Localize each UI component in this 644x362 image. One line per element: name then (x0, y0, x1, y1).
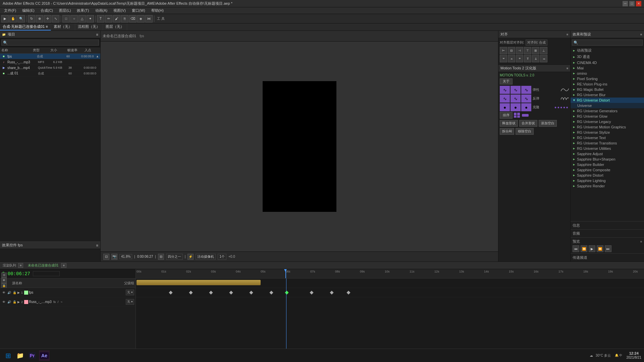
track2-audio-vis[interactable]: 🔊 (7, 300, 11, 304)
camera-select[interactable]: 活动摄像机 (196, 254, 216, 260)
track-vis-all[interactable]: 👁 (1, 278, 7, 283)
project-row-fps[interactable]: ■ fps 合成 60 0:00:05:0 ▲ (0, 54, 100, 59)
category-3d[interactable]: ► 3D 通道 (571, 54, 644, 60)
tool-rect[interactable]: □ (62, 15, 70, 22)
category-sapphire-distort[interactable]: ► Sapphire Distort (571, 173, 644, 178)
category-sapphire-blur[interactable]: ► Sapphire Blur+Sharpen (571, 157, 644, 162)
align-center-v[interactable]: ⊞ (532, 47, 539, 54)
category-animation-presets[interactable]: ► 动画预设 (571, 47, 644, 54)
motion-tools-menu[interactable]: ≡ (567, 67, 568, 70)
tool-clone[interactable]: ⎘ (121, 15, 128, 22)
tab-footage[interactable]: 素材（无） (51, 23, 75, 31)
easing-btn-1[interactable]: ∿ (500, 86, 510, 94)
prev-first-btn[interactable]: ⏮ (573, 245, 579, 252)
category-universe-glow[interactable]: ► RG Universe Glow (571, 114, 644, 119)
minimize-button[interactable]: ─ (623, 1, 628, 6)
track2-wave[interactable]: ~ (59, 300, 64, 304)
easing-btn-3[interactable]: ∿ (521, 86, 531, 94)
tool-ellipse[interactable]: ○ (70, 15, 78, 22)
category-universe-text[interactable]: ► RG Universe Text (571, 135, 644, 140)
category-universe-legacy[interactable]: ► RG Universe Legacy (571, 119, 644, 124)
close-button[interactable]: ✕ (636, 1, 641, 6)
tool-text[interactable]: T (97, 15, 104, 22)
timecode-input[interactable] (33, 271, 60, 276)
category-magic-bullet[interactable]: ► RG Magic Bullet (571, 87, 644, 92)
timeline-menu-btn[interactable]: ≡ (18, 263, 23, 268)
prev-fwd-btn[interactable]: ⏩ (597, 245, 603, 252)
menu-help[interactable]: 帮助(H) (149, 7, 166, 14)
category-cinema4d[interactable]: ► CINEMA 4D (571, 60, 644, 65)
zoom-display[interactable]: 41.8% (119, 254, 132, 259)
tab-composition[interactable]: 合成·无标题已连接合成01 ≡ (0, 23, 51, 31)
snapshot-btn[interactable]: 📷 (111, 254, 117, 260)
category-sapphire-lighting[interactable]: ► Sapphire Lighting (571, 178, 644, 183)
track2-visibility[interactable]: 👁 (1, 300, 6, 304)
split-ai-btn[interactable]: 拆分AI (500, 128, 514, 135)
project-row-mp3[interactable]: ♪ Russ_-_....mp3 MP3 6.2 KB (0, 59, 100, 65)
dist-right[interactable]: ⫩ (516, 55, 523, 62)
release-shape-btn[interactable]: 释放形状 (500, 120, 518, 127)
effects-controls-menu[interactable]: ≡ (96, 243, 98, 247)
view-select[interactable]: 四分之一 (166, 254, 183, 260)
dist-left[interactable]: ⫧ (500, 55, 507, 62)
align-menu-btn[interactable]: ≡ (567, 33, 568, 36)
tool-pen[interactable]: ✏ (105, 15, 112, 22)
sub-item-universe[interactable]: Universe (571, 103, 644, 108)
prev-back-btn[interactable]: ⏪ (581, 245, 587, 252)
track1-lock[interactable]: 🔓 (12, 290, 17, 295)
bounce-btn-3[interactable]: ∿ (521, 95, 531, 103)
menu-comp[interactable]: 合成(C) (38, 7, 56, 14)
track2-mode[interactable]: 无 ▾ (126, 299, 134, 305)
track1-expand[interactable]: ▶ (17, 291, 20, 294)
menu-layer[interactable]: 图层(L) (56, 7, 73, 14)
category-universe-motion[interactable]: ► RG Universe Motion Graphics (571, 124, 644, 130)
fast-preview-btn[interactable]: ⚡ (187, 254, 194, 260)
sort-btn[interactable]: 排序 (500, 112, 513, 119)
dist-top[interactable]: ⫪ (524, 55, 531, 62)
track2-fx[interactable]: fx (52, 300, 57, 304)
prev-play-btn[interactable]: ▶ (589, 245, 595, 252)
view-count[interactable]: 1个 (218, 254, 226, 260)
tool-puppet[interactable]: ⋈ (145, 15, 153, 22)
dist-bottom[interactable]: ⫬ (540, 55, 547, 62)
dist-center-h[interactable]: ⫨ (508, 55, 515, 62)
category-sapphire-builder[interactable]: ► Sapphire Builder (571, 162, 644, 167)
category-universe-blur[interactable]: ► RG Universe Blur (571, 92, 644, 98)
motion-close-btn[interactable]: 关于 (500, 78, 513, 84)
clone-btn-1[interactable]: ● (500, 103, 510, 111)
effects-search-input[interactable] (572, 40, 643, 46)
project-search-input[interactable] (1, 40, 99, 46)
align-to-select[interactable]: 对齐到: 合成 (526, 40, 548, 46)
tool-polygon[interactable]: △ (78, 15, 86, 22)
track2-lock[interactable]: 🔓 (12, 300, 17, 304)
menu-animation[interactable]: 动画(A) (93, 7, 110, 14)
align-top[interactable]: ⊤ (524, 47, 531, 54)
category-miai[interactable]: ► Miai (571, 65, 644, 71)
tool-scale[interactable]: ⤡ (52, 15, 59, 22)
category-universe-generators[interactable]: ► RG Universe Generators (571, 108, 644, 114)
category-sapphire-render[interactable]: ► Sapphire Render (571, 183, 644, 189)
menu-view[interactable]: 视图(V) (111, 7, 128, 14)
remove-blank-btn[interactable]: 移除空白 (516, 128, 534, 135)
tool-rotation[interactable]: ↻ (28, 15, 35, 22)
tab-flowchart[interactable]: 流程图（无） (75, 23, 103, 31)
track1-audio-vis[interactable]: 🔊 (7, 290, 11, 295)
tool-brush[interactable]: 🖌 (113, 15, 120, 22)
category-sapphire-composite[interactable]: ► Sapphire Composite (571, 167, 644, 173)
preview-menu[interactable]: ≡ (640, 240, 642, 243)
tab-render[interactable]: 图层（无） (103, 23, 127, 31)
category-universe-distort[interactable]: ▼ RG Universe Distort (571, 98, 644, 103)
tool-zoom[interactable]: 🔍 (17, 15, 25, 22)
menu-edit[interactable]: 编辑(E) (19, 7, 37, 14)
tool-eraser[interactable]: ⌫ (129, 15, 137, 22)
track2-expand[interactable]: ▶ (17, 300, 20, 304)
category-universe-utilities[interactable]: ► RG Universe Utilities (571, 146, 644, 151)
tool-position[interactable]: ✛ (44, 15, 51, 22)
menu-file[interactable]: 文件(F) (1, 7, 19, 14)
taskbar-explorer[interactable]: 📁 (15, 350, 25, 361)
taskbar-premiere[interactable]: Pr (27, 350, 38, 361)
category-omino[interactable]: ► omino (571, 71, 644, 76)
align-bottom[interactable]: ⊥ (540, 47, 547, 54)
maximize-button[interactable]: □ (629, 1, 635, 6)
project-menu-btn[interactable]: ≡ (96, 33, 98, 37)
